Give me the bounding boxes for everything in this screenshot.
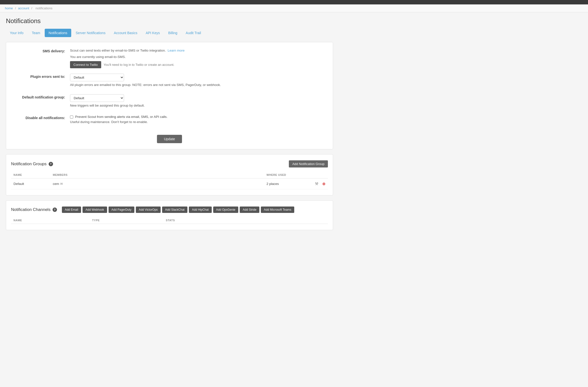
tab-api-keys[interactable]: API Keys <box>142 29 164 37</box>
breadcrumb: home / account / notifications <box>0 4 588 12</box>
sms-label: SMS delivery: <box>11 48 70 53</box>
tabs-nav: Your InfoTeamNotificationsServer Notific… <box>6 29 333 37</box>
add-channel-button-add-opsgenie[interactable]: Add OpsGenie <box>213 206 238 213</box>
tab-audit-trail[interactable]: Audit Trail <box>182 29 205 37</box>
add-channel-button-add-pagerduty[interactable]: Add PagerDuty <box>108 206 134 213</box>
notification-channels-header: Notification Channels ? Add EmailAdd Web… <box>11 206 328 213</box>
group-members: cem ✉ <box>50 179 264 189</box>
default-notification-label: Default notification group: <box>11 94 70 99</box>
remove-icon[interactable]: ⊗ <box>322 182 325 186</box>
notification-channels-help-icon[interactable]: ? <box>53 207 57 212</box>
add-channel-button-add-slackchat[interactable]: Add SlackChat <box>162 206 188 213</box>
notification-groups-title: Notification Groups <box>11 162 47 166</box>
default-notification-select[interactable]: Default <box>70 94 124 102</box>
sms-current-status: You are currently using email-to-SMS. <box>70 55 328 60</box>
sms-content: Scout can send texts either by email-to-… <box>70 48 328 68</box>
notification-groups-table-header: NAME MEMBERS WHERE USED <box>11 171 328 179</box>
disable-notifications-checkbox-label: Prevent Scout from sending alerts via em… <box>75 115 168 119</box>
add-channel-button-add-email[interactable]: Add Email <box>62 206 81 213</box>
col-ch-stats: STATS <box>163 217 328 224</box>
sms-description: Scout can send texts either by email-to-… <box>70 48 328 53</box>
plugin-errors-section: Plugin errors sent to: Default All plugi… <box>11 74 328 89</box>
tab-billing[interactable]: Billing <box>164 29 181 37</box>
tab-your-info[interactable]: Your Info <box>6 29 27 37</box>
connect-twilio-button[interactable]: Connect to Twilio <box>70 61 101 68</box>
sms-delivery-section: SMS delivery: Scout can send texts eithe… <box>11 48 328 68</box>
member-name: cem <box>53 182 59 186</box>
tab-server-notifications[interactable]: Server Notifications <box>72 29 109 37</box>
notification-groups-card: Notification Groups ? Add Notification G… <box>6 154 333 195</box>
col-ch-type: TYPE <box>90 217 163 224</box>
disable-notifications-content: Prevent Scout from sending alerts via em… <box>70 115 328 126</box>
tab-account-basics[interactable]: Account Basics <box>110 29 141 37</box>
group-name: Default <box>11 179 50 189</box>
plugin-errors-hint: All plugin errors are emailed to this gr… <box>70 82 328 87</box>
notification-channels-card: Notification Channels ? Add EmailAdd Web… <box>6 200 333 230</box>
notification-channels-table-header: NAME TYPE STATS <box>11 217 328 224</box>
plugin-errors-label: Plugin errors sent to: <box>11 74 70 79</box>
update-button[interactable]: Update <box>157 135 182 143</box>
default-notification-hint: New triggers will be assigned this group… <box>70 103 328 108</box>
channel-buttons: Add EmailAdd WebhookAdd PagerDutyAdd Vic… <box>62 206 294 213</box>
notification-channels-title: Notification Channels <box>11 207 51 212</box>
col-where-used: WHERE USED <box>264 171 308 179</box>
notification-channels-table: NAME TYPE STATS <box>11 217 328 224</box>
edit-icon[interactable]: ⚒ <box>315 182 318 186</box>
tab-notifications[interactable]: Notifications <box>45 29 71 37</box>
group-actions: ⚒ ⊗ <box>308 179 328 189</box>
connect-twilio-note: You'll need to log in to Twilio or creat… <box>104 63 174 66</box>
group-where-used: 2 places <box>264 179 308 189</box>
top-bar <box>0 0 588 4</box>
tab-team[interactable]: Team <box>28 29 44 37</box>
plugin-errors-content: Default All plugin errors are emailed to… <box>70 74 328 89</box>
breadcrumb-home[interactable]: home <box>5 6 13 10</box>
notification-channels-title-area: Notification Channels ? <box>11 207 57 212</box>
col-name: NAME <box>11 171 50 179</box>
notification-groups-title-area: Notification Groups ? <box>11 162 53 166</box>
table-row: Default cem ✉ 2 places ⚒ ⊗ <box>11 179 328 189</box>
learn-more-link[interactable]: Learn more <box>168 49 185 52</box>
col-ch-name: NAME <box>11 217 90 224</box>
add-notification-group-button[interactable]: Add Notification Group <box>289 160 328 167</box>
default-notification-content: Default New triggers will be assigned th… <box>70 94 328 109</box>
add-channel-button-add-stride[interactable]: Add Stride <box>240 206 259 213</box>
breadcrumb-sep2: / <box>31 6 32 10</box>
email-icon: ✉ <box>60 182 63 186</box>
disable-notifications-checkbox[interactable] <box>70 115 73 119</box>
settings-card: SMS delivery: Scout can send texts eithe… <box>6 42 333 149</box>
plugin-errors-select[interactable]: Default <box>70 74 124 81</box>
page-title: Notifications <box>6 17 333 25</box>
disable-notifications-hint: Useful during maintenance. Don't forget … <box>70 120 328 124</box>
col-actions <box>308 171 328 179</box>
notification-groups-header: Notification Groups ? Add Notification G… <box>11 160 328 167</box>
breadcrumb-current: notifications <box>36 6 53 10</box>
add-channel-button-add-hipchat[interactable]: Add HipChat <box>189 206 211 213</box>
disable-notifications-section: Disable all notifications: Prevent Scout… <box>11 115 328 126</box>
notification-groups-table: NAME MEMBERS WHERE USED Default cem ✉ 2 … <box>11 171 328 189</box>
add-channel-button-add-victorops[interactable]: Add VictorOps <box>136 206 161 213</box>
add-channel-button-add-microsoft-teams[interactable]: Add Microsoft Teams <box>261 206 294 213</box>
add-channel-button-add-webhook[interactable]: Add Webhook <box>83 206 107 213</box>
breadcrumb-sep1: / <box>15 6 16 10</box>
notification-groups-help-icon[interactable]: ? <box>49 162 53 166</box>
breadcrumb-account[interactable]: account <box>18 6 29 10</box>
disable-notifications-label: Disable all notifications: <box>11 115 70 120</box>
default-notification-section: Default notification group: Default New … <box>11 94 328 109</box>
col-members: MEMBERS <box>50 171 264 179</box>
